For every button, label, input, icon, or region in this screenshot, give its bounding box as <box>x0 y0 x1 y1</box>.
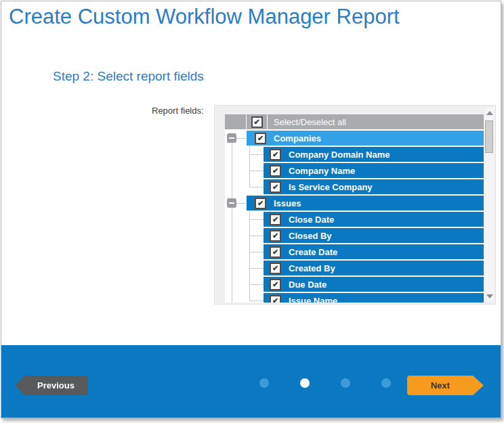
row-label: Is Service Company <box>289 182 373 192</box>
check-icon: ✔ <box>272 265 278 272</box>
tree-row[interactable]: ✔Created By <box>264 261 484 275</box>
row-checkbox[interactable]: ✔ <box>255 133 266 144</box>
tree-row[interactable]: ✔Issue Name <box>264 293 484 303</box>
report-fields-label: Report fields: <box>152 106 204 116</box>
tree-connector <box>236 203 247 204</box>
tree-connector <box>249 171 264 171</box>
check-icon: ✔ <box>257 200 264 207</box>
tree-connector <box>249 219 264 220</box>
row-checkbox[interactable]: ✔ <box>270 263 281 274</box>
tree-connector <box>249 187 264 187</box>
minus-glyph <box>229 202 234 204</box>
collapse-icon[interactable] <box>227 133 236 143</box>
row-label: Company Name <box>289 166 355 176</box>
tree-row[interactable]: ✔Companies <box>247 131 484 146</box>
step-heading: Step 2: Select report fields <box>53 69 204 84</box>
tree-header-blank-cell <box>225 114 246 129</box>
wizard-window: Create Custom Workflow Manager Report St… <box>1 1 501 418</box>
step-dot-3[interactable] <box>341 378 350 388</box>
row-label: Create Date <box>289 247 337 257</box>
selectall-checkbox[interactable]: ✔ <box>251 116 263 128</box>
tree-header-row[interactable]: ✔ Select/Deselect all <box>225 114 484 129</box>
tree-row[interactable]: ✔Company Name <box>264 163 484 178</box>
check-icon: ✔ <box>272 232 278 240</box>
wizard-footer: Previous Next <box>1 345 501 418</box>
collapse-icon[interactable] <box>227 198 236 208</box>
check-icon: ✔ <box>272 248 278 256</box>
tree-header-label: Select/Deselect all <box>268 114 484 129</box>
tree-row[interactable]: ✔Company Domain Name <box>264 147 484 162</box>
tree-connector <box>249 284 264 285</box>
page-title: Create Custom Workflow Manager Report <box>9 5 400 29</box>
check-icon: ✔ <box>272 216 278 223</box>
row-label: Close Date <box>289 215 334 225</box>
tree-row[interactable]: ✔Closed By <box>264 228 484 243</box>
scroll-up-icon <box>486 111 493 115</box>
tree-row[interactable]: ✔Create Date <box>264 244 484 259</box>
previous-button[interactable]: Previous <box>15 376 88 395</box>
check-icon: ✔ <box>272 297 278 303</box>
row-checkbox[interactable]: ✔ <box>270 165 281 177</box>
row-label: Due Date <box>289 280 327 290</box>
tree-connector <box>249 252 264 252</box>
minus-glyph <box>229 137 234 139</box>
check-icon: ✔ <box>272 151 278 158</box>
row-label: Company Domain Name <box>289 150 390 160</box>
tree-row[interactable]: ✔Due Date <box>264 277 484 292</box>
tree-child-line <box>249 146 250 187</box>
row-checkbox[interactable]: ✔ <box>270 279 281 290</box>
row-label: Closed By <box>289 231 332 241</box>
tree-root-line <box>232 143 232 303</box>
tree-row[interactable]: ✔Close Date <box>264 212 484 227</box>
tree-child-line <box>249 210 250 300</box>
row-checkbox[interactable]: ✔ <box>270 181 281 193</box>
tree-connector <box>249 300 264 301</box>
scroll-up-button[interactable] <box>484 108 495 118</box>
check-icon: ✔ <box>272 183 278 191</box>
row-checkbox[interactable]: ✔ <box>270 214 281 225</box>
check-icon: ✔ <box>253 118 259 126</box>
check-icon: ✔ <box>257 135 264 142</box>
tree-row[interactable]: ✔Issues <box>247 196 484 210</box>
step-dot-4[interactable] <box>381 378 391 388</box>
scrollbar[interactable] <box>484 108 495 302</box>
scrollbar-thumb[interactable] <box>485 120 493 153</box>
row-checkbox[interactable]: ✔ <box>270 149 281 160</box>
check-icon: ✔ <box>272 281 278 288</box>
row-label: Created By <box>289 263 335 273</box>
scroll-down-button[interactable] <box>484 292 495 301</box>
tree: ✔ Select/Deselect all ✔Companies✔Company… <box>225 114 484 303</box>
tree-connector <box>249 268 264 269</box>
tree-row[interactable]: ✔Is Service Company <box>264 179 484 194</box>
tree-connector <box>249 154 264 155</box>
step-dot-1[interactable] <box>259 378 269 388</box>
report-fields-listbox: ✔ Select/Deselect all ✔Companies✔Company… <box>214 105 496 305</box>
row-label: Issue Name <box>289 296 337 303</box>
check-icon: ✔ <box>272 167 278 175</box>
step-dot-2[interactable] <box>300 378 310 388</box>
row-checkbox[interactable]: ✔ <box>255 198 266 209</box>
row-label: Issues <box>274 198 301 208</box>
row-checkbox[interactable]: ✔ <box>270 295 281 303</box>
tree-connector <box>249 236 264 236</box>
tree-header-checkbox-cell: ✔ <box>247 114 267 129</box>
row-checkbox[interactable]: ✔ <box>270 246 281 258</box>
next-button[interactable]: Next <box>407 376 484 395</box>
tree-connector <box>236 138 247 139</box>
row-label: Companies <box>274 133 321 143</box>
row-checkbox[interactable]: ✔ <box>270 230 281 242</box>
scroll-down-icon <box>486 294 493 298</box>
